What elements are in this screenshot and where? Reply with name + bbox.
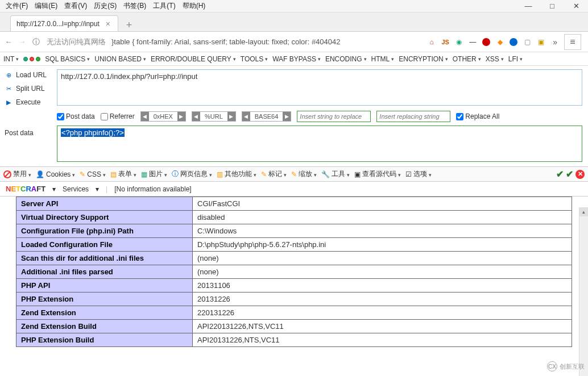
title-bar: 文件(F) 编辑(E) 查看(V) 历史(S) 书签(B) 工具(T) 帮助(H…: [0, 0, 588, 12]
table-row: Scan this dir for additional .ini files(…: [16, 252, 572, 265]
browser-tab[interactable]: http://127.0.0...l=php://input ×: [10, 15, 118, 31]
scroll-up-icon[interactable]: ▴: [579, 207, 588, 216]
check-icon-2[interactable]: ✔: [566, 169, 573, 179]
split-icon: ✂: [5, 85, 13, 93]
dot-go-icon[interactable]: [36, 57, 40, 61]
dash-icon[interactable]: —: [467, 37, 478, 47]
close-button[interactable]: ✕: [564, 0, 588, 12]
phpinfo-table: Server APICGI/FastCGIVirtual Directory S…: [16, 197, 572, 347]
source-menu[interactable]: ▣查看源代码: [354, 169, 401, 179]
dot-decrypt-icon[interactable]: [30, 57, 34, 61]
css-menu[interactable]: ✎CSS: [80, 170, 106, 178]
hb-encryption[interactable]: ENCRYPTION: [399, 55, 448, 63]
gray-square-icon[interactable]: ▢: [522, 37, 532, 47]
yellow-square-icon[interactable]: ▣: [536, 37, 546, 47]
phpinfo-key: Scan this dir for additional .ini files: [16, 252, 193, 265]
url-content[interactable]: }table { font-family: Arial, sans-serif;…: [111, 37, 423, 46]
maximize-button[interactable]: □: [540, 0, 564, 12]
url-pill[interactable]: ◀%URL▶: [192, 111, 236, 122]
load-icon: ⊕: [5, 71, 13, 79]
disable-menu[interactable]: 禁用: [3, 169, 31, 179]
hex-pill[interactable]: ◀0xHEX▶: [140, 111, 186, 122]
scrollbar[interactable]: ▴: [579, 207, 588, 376]
hb-tools[interactable]: TOOLS: [241, 55, 268, 63]
more-extensions[interactable]: »: [549, 37, 561, 47]
cookies-menu[interactable]: 👤Cookies: [36, 170, 75, 178]
hb-sql-basics[interactable]: SQL BASICS: [45, 55, 90, 63]
error-circle-icon[interactable]: ✕: [575, 170, 585, 179]
hb-encoding[interactable]: ENCODING: [325, 55, 367, 63]
menu-history[interactable]: 历史(S): [92, 0, 119, 12]
phpinfo-value: 220131226: [193, 306, 572, 320]
info-menu[interactable]: ⓘ网页信息: [172, 169, 212, 179]
hb-xss[interactable]: XSS: [486, 55, 504, 63]
hb-waf-bypass[interactable]: WAF BYPASS: [272, 55, 321, 63]
orange-icon[interactable]: ◆: [495, 37, 505, 47]
phpinfo-value: (none): [193, 252, 572, 265]
url-textarea[interactable]: [57, 69, 582, 106]
split-url-button[interactable]: ✂Split URL: [3, 82, 53, 95]
other-menu[interactable]: ▥其他功能: [217, 169, 256, 179]
hb-union-based[interactable]: UNION BASED: [94, 55, 146, 63]
check-icon-1[interactable]: ✔: [556, 169, 564, 179]
hb-lfi[interactable]: LFI: [508, 55, 523, 63]
new-tab-button[interactable]: +: [122, 19, 136, 31]
red-shield-icon[interactable]: [481, 37, 491, 47]
menu-file[interactable]: 文件(F): [3, 0, 30, 12]
blue-tools-icon[interactable]: [508, 37, 519, 47]
forward-icon[interactable]: →: [17, 37, 27, 47]
base64-pill[interactable]: ◀BASE64▶: [242, 111, 292, 122]
phpinfo-value: (none): [193, 265, 572, 279]
phpinfo-key: Server API: [16, 197, 193, 211]
post-data-textarea[interactable]: <?php phpinfo();?>: [57, 126, 582, 162]
minimize-button[interactable]: —: [516, 0, 540, 12]
watermark: CX 创新互联: [547, 361, 585, 371]
phpinfo-key: Additional .ini files parsed: [16, 265, 193, 279]
menu-bookmarks[interactable]: 书签(B): [121, 0, 148, 12]
netcraft-bar: NETCRAFT ▾ Services ▾ | [No information …: [0, 182, 588, 197]
options-menu[interactable]: ☑选项: [405, 169, 432, 179]
js-icon[interactable]: JS: [440, 37, 450, 47]
dot-encrypt-icon[interactable]: [23, 57, 28, 61]
mark-menu[interactable]: ✎标记: [261, 169, 287, 179]
phpinfo-value: API220131226,NTS,VC11: [193, 320, 572, 333]
other-icon: ▥: [217, 170, 223, 178]
form-icon: ▤: [110, 170, 117, 178]
hb-other[interactable]: OTHER: [453, 55, 481, 63]
hackbar-toolbar: INT SQL BASICS UNION BASED ERROR/DOUBLE …: [0, 52, 588, 66]
back-icon[interactable]: ←: [3, 37, 14, 47]
post-data-checkbox[interactable]: Post data: [57, 112, 95, 120]
hackbar-panel: ⊕Load URL ✂Split URL ▶Execute Post data …: [0, 66, 588, 167]
replace-all-checkbox[interactable]: Replace All: [456, 112, 499, 120]
phpinfo-value: 20131106: [193, 279, 572, 293]
referrer-checkbox[interactable]: Referrer: [101, 112, 135, 120]
security-icon[interactable]: ⓘ: [31, 37, 41, 47]
hb-html[interactable]: HTML: [371, 55, 395, 63]
load-url-button[interactable]: ⊕Load URL: [3, 68, 53, 82]
home-icon[interactable]: ⌂: [426, 37, 437, 47]
hamburger-menu[interactable]: ≡: [564, 34, 581, 50]
netcraft-caret2[interactable]: ▾: [96, 185, 99, 193]
replace-to-input[interactable]: [376, 111, 450, 122]
netcraft-caret[interactable]: ▾: [52, 185, 56, 193]
hb-error-query[interactable]: ERROR/DOUBLE QUERY: [151, 55, 236, 63]
menu-help[interactable]: 帮助(H): [180, 0, 208, 12]
phpinfo-value: API20131226,NTS,VC11: [193, 333, 572, 347]
globe-icon[interactable]: ◉: [454, 37, 464, 47]
images-menu[interactable]: ▦图片: [141, 169, 167, 179]
replace-from-input[interactable]: [297, 111, 371, 122]
netcraft-logo[interactable]: NETCRAFT: [6, 185, 45, 193]
forms-menu[interactable]: ▤表单: [110, 169, 136, 179]
tab-close-icon[interactable]: ×: [104, 19, 112, 28]
tools-menu[interactable]: 🔧工具: [321, 169, 350, 179]
dev-toolbar: 禁用 👤Cookies ✎CSS ▤表单 ▦图片 ⓘ网页信息 ▥其他功能 ✎标记…: [0, 167, 588, 182]
menu-tools[interactable]: 工具(T): [151, 0, 177, 12]
menu-view[interactable]: 查看(V): [62, 0, 89, 12]
menu-edit[interactable]: 编辑(E): [32, 0, 60, 12]
window-controls: — □ ✕: [516, 0, 588, 12]
hb-int-dropdown[interactable]: INT: [3, 55, 19, 63]
netcraft-services[interactable]: Services: [63, 185, 89, 193]
wrench-icon: 🔧: [321, 170, 330, 178]
execute-button[interactable]: ▶Execute: [3, 95, 53, 109]
zoom-menu[interactable]: ✎缩放: [291, 169, 317, 179]
